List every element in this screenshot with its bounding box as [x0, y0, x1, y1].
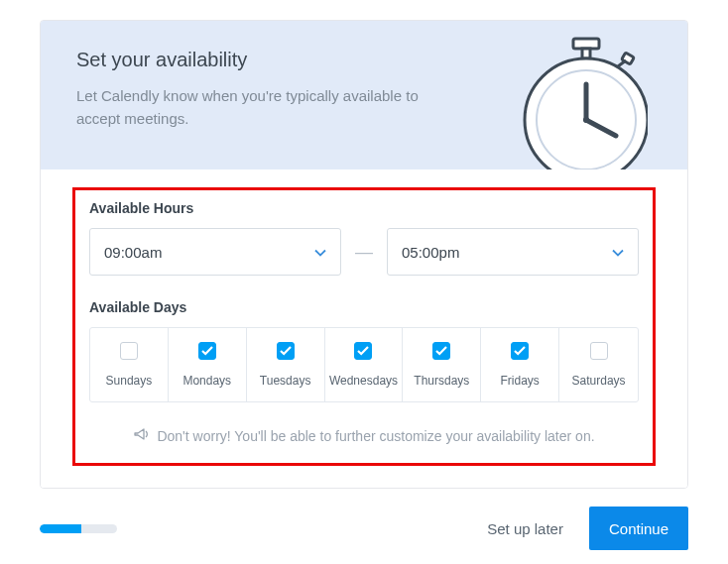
day-label: Tuesdays [251, 374, 320, 388]
footer: Set up later Continue [40, 507, 688, 550]
svg-point-8 [583, 117, 589, 123]
available-hours-label: Available Hours [89, 200, 639, 216]
day-cell-tuesday[interactable]: Tuesdays [247, 328, 325, 401]
day-checkbox-wednesday[interactable] [354, 342, 372, 360]
time-range-dash: — [355, 242, 373, 263]
megaphone-icon [133, 426, 149, 445]
days-grid: Sundays Mondays Tuesdays [89, 327, 639, 402]
day-label: Mondays [173, 374, 242, 388]
day-cell-friday[interactable]: Fridays [481, 328, 559, 401]
svg-point-5 [537, 70, 636, 169]
day-cell-sunday[interactable]: Sundays [90, 328, 169, 401]
tip-text: Don't worry! You'll be able to further c… [157, 428, 594, 444]
day-cell-wednesday[interactable]: Wednesdays [325, 328, 404, 401]
setup-later-link[interactable]: Set up later [487, 520, 563, 537]
chevron-down-icon [612, 243, 624, 261]
continue-button[interactable]: Continue [589, 507, 688, 550]
available-days-label: Available Days [89, 299, 639, 315]
progress-fill [40, 524, 81, 533]
day-label: Wednesdays [329, 374, 399, 388]
day-checkbox-monday[interactable] [198, 342, 216, 360]
svg-rect-0 [573, 39, 599, 49]
day-cell-thursday[interactable]: Thursdays [403, 328, 481, 401]
day-checkbox-friday[interactable] [511, 342, 529, 360]
footer-actions: Set up later Continue [487, 507, 688, 550]
progress-bar [40, 524, 117, 533]
day-label: Saturdays [563, 374, 634, 388]
day-label: Fridays [485, 374, 554, 388]
start-time-select[interactable]: 09:00am [89, 228, 341, 276]
day-checkbox-thursday[interactable] [432, 342, 450, 360]
hours-row: 09:00am — 05:00pm [89, 228, 639, 276]
day-label: Sundays [94, 374, 164, 388]
svg-line-7 [586, 120, 616, 136]
chevron-down-icon [314, 243, 326, 261]
day-label: Thursdays [407, 374, 476, 388]
highlight-box: Available Hours 09:00am — 05:00pm Availa… [72, 187, 656, 466]
start-time-value: 09:00am [104, 244, 162, 261]
end-time-value: 05:00pm [402, 244, 459, 261]
header-banner: Set your availability Let Calendly know … [41, 21, 687, 169]
tip-row: Don't worry! You'll be able to further c… [89, 426, 639, 445]
day-cell-saturday[interactable]: Saturdays [559, 328, 638, 401]
svg-point-4 [525, 58, 648, 169]
page-title: Set your availability [76, 49, 652, 71]
day-checkbox-saturday[interactable] [590, 342, 608, 360]
availability-card: Set your availability Let Calendly know … [40, 20, 688, 489]
form-body: Available Hours 09:00am — 05:00pm Availa… [41, 169, 687, 488]
end-time-select[interactable]: 05:00pm [387, 228, 639, 276]
page-subtitle: Let Calendly know when you're typically … [76, 85, 443, 130]
day-cell-monday[interactable]: Mondays [169, 328, 247, 401]
day-checkbox-tuesday[interactable] [277, 342, 295, 360]
day-checkbox-sunday[interactable] [120, 342, 138, 360]
